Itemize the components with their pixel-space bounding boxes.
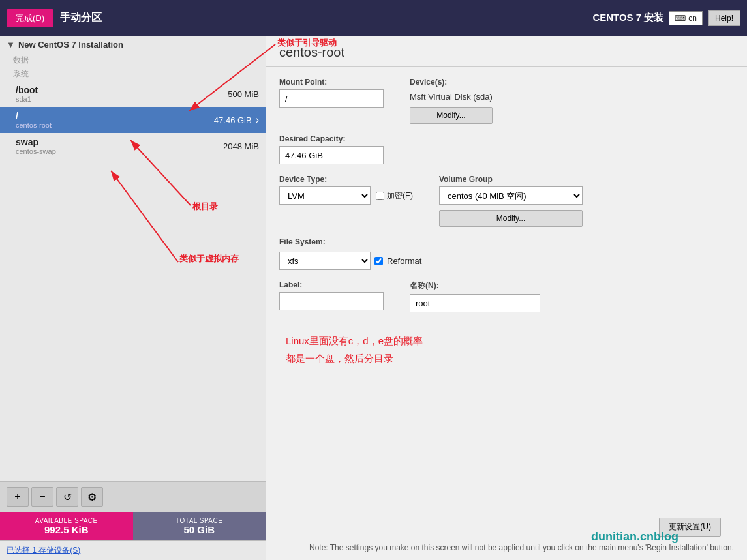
desired-capacity-label: Desired Capacity: [279,134,384,143]
partition-boot-name: /boot [16,85,38,95]
partition-boot-right: 500 MiB [228,89,259,99]
config-button[interactable]: ⚙ [81,487,103,507]
partition-item-root[interactable]: / centos-root 47.46 GiB › [0,107,266,133]
total-space: TOTAL SPACE 50 GiB [133,512,266,540]
lang-box: ⌨ cn [669,11,703,25]
storage-link[interactable]: 已选择 1 存储设备(S) [7,546,80,555]
help-button[interactable]: Help! [708,10,740,26]
partition-root-size: 47.46 GiB [214,115,252,125]
available-value: 992.5 KiB [9,524,124,535]
top-left: 完成(D) 手动分区 [7,9,102,27]
device-group: Device(s): Msft Virtual Disk (sda) Modif… [410,78,493,124]
file-system-group: File System: xfs Reformat [279,237,421,270]
form-row-1: Mount Point: Device(s): Msft Virtual Dis… [279,78,734,124]
file-system-select[interactable]: xfs [279,252,371,270]
desired-capacity-group: Desired Capacity: [279,134,384,164]
device-type-select[interactable]: LVM [279,186,371,205]
bottom-link-area: 已选择 1 存储设备(S) [0,540,266,560]
bottom-note: Note: The settings you make on this scre… [266,542,747,560]
group-header: ▼ New CentOS 7 Installation [0,36,266,53]
encrypt-checkbox-group: 加密(E) [376,190,413,201]
partition-boot-size: 500 MiB [228,89,259,99]
add-button[interactable]: + [7,487,29,507]
available-space: AVAILABLE SPACE 992.5 KiB [0,512,133,540]
label-input[interactable] [279,292,384,310]
form-row-3: Device Type: LVM 加密(E) Volume Group [279,175,734,227]
space-bar: AVAILABLE SPACE 992.5 KiB TOTAL SPACE 50… [0,512,266,540]
done-button[interactable]: 完成(D) [7,9,53,27]
partition-root-right: 47.46 GiB › [214,114,259,126]
group-title: New CentOS 7 Installation [18,40,123,50]
group-arrow-icon: ▼ [7,40,15,50]
partition-swap-right: 2048 MiB [223,141,259,151]
main-area: ▼ New CentOS 7 Installation 数据 系统 /boot … [0,36,747,560]
sub-group-system: 系统 [0,67,266,81]
partition-root-subname: centos-root [16,121,52,129]
file-system-label: File System: [279,237,421,246]
modify-button-2[interactable]: Modify... [439,210,583,227]
partition-swap-name: swap [16,137,56,147]
mount-point-group: Mount Point: [279,78,384,108]
update-button-container: 更新设置(U) [266,518,747,542]
left-panel: ▼ New CentOS 7 Installation 数据 系统 /boot … [0,36,266,560]
right-panel: centos-root Mount Point: Device(s): Msft… [266,36,747,560]
reformat-label: Reformat [387,256,421,266]
label-group: Label: [279,280,384,310]
form-area: Mount Point: Device(s): Msft Virtual Dis… [266,67,747,518]
volume-group-group: Volume Group centos (40 MiB 空闲) Modify..… [439,175,583,227]
mount-point-input[interactable] [279,89,384,108]
modify-button-1[interactable]: Modify... [410,107,493,124]
page-title: 手动分区 [60,11,102,25]
total-label: TOTAL SPACE [142,517,257,524]
total-value: 50 GiB [142,524,257,535]
encrypt-checkbox[interactable] [376,192,384,200]
device-label: Device(s): [410,78,493,87]
bottom-toolbar: + − ↺ ⚙ [0,481,266,512]
sub-group-data: 数据 [0,53,266,67]
name-input[interactable] [410,294,540,312]
partition-swap-subname: centos-swap [16,147,56,155]
available-label: AVAILABLE SPACE [9,517,124,524]
volume-group-label: Volume Group [439,175,583,184]
form-row-2: Desired Capacity: [279,134,734,164]
label-label: Label: [279,280,384,289]
desired-capacity-input[interactable] [279,146,384,164]
device-type-group: Device Type: LVM 加密(E) [279,175,413,205]
linux-note: Linux里面没有c，d，e盘的概率 都是一个盘，然后分目录 [279,332,734,367]
name-label: 名称(N): [410,280,540,291]
top-right: CENTOS 7 安装 ⌨ cn Help! [592,10,740,26]
linux-note-line-2: 都是一个盘，然后分目录 [286,349,734,367]
top-bar: 完成(D) 手动分区 CENTOS 7 安装 ⌨ cn Help! [0,0,747,36]
mount-point-label: Mount Point: [279,78,384,87]
device-type-label: Device Type: [279,175,413,184]
partition-boot-info: /boot sda1 [16,85,38,103]
lang-label: cn [688,14,697,23]
reformat-checkbox[interactable] [374,257,383,265]
reformat-row: xfs Reformat [279,252,421,270]
centos-title: CENTOS 7 安装 [592,12,663,24]
partition-list: ▼ New CentOS 7 Installation 数据 系统 /boot … [0,36,266,481]
partition-detail-title: centos-root [266,36,747,67]
partition-item-boot[interactable]: /boot sda1 500 MiB [0,81,266,107]
refresh-button[interactable]: ↺ [56,487,78,507]
partition-root-info: / centos-root [16,111,52,129]
form-row-5: Label: 名称(N): [279,280,734,312]
name-group: 名称(N): [410,280,540,312]
partition-swap-size: 2048 MiB [223,141,259,151]
remove-button[interactable]: − [31,487,53,507]
partition-root-name: / [16,111,52,121]
form-row-4: File System: xfs Reformat [279,237,734,270]
volume-group-select-container: centos (40 MiB 空闲) [439,186,583,205]
encrypt-label: 加密(E) [387,190,413,201]
partition-item-swap[interactable]: swap centos-swap 2048 MiB [0,133,266,159]
chevron-right-icon: › [256,114,259,126]
update-button[interactable]: 更新设置(U) [659,518,721,537]
linux-note-line-1: Linux里面没有c，d，e盘的概率 [286,332,734,349]
volume-group-select[interactable]: centos (40 MiB 空闲) [439,186,583,205]
keyboard-icon: ⌨ [675,14,686,23]
partition-boot-subname: sda1 [16,95,38,103]
device-value: Msft Virtual Disk (sda) [410,92,493,102]
partition-swap-info: swap centos-swap [16,137,56,155]
